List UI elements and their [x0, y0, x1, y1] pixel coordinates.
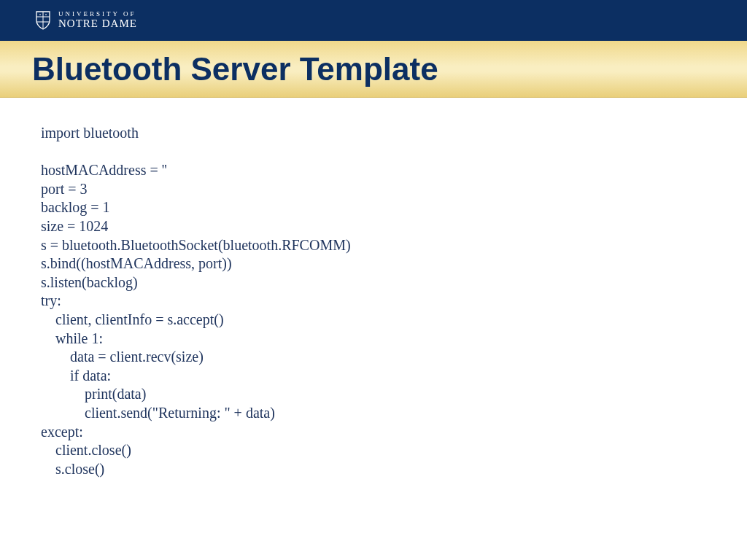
content-area: import bluetooth hostMACAddress = '' por… [0, 98, 747, 478]
code-line: s.close() [41, 461, 104, 477]
code-line: while 1: [41, 330, 103, 346]
code-line: s = bluetooth.BluetoothSocket(bluetooth.… [41, 237, 351, 253]
code-line: print(data) [41, 386, 146, 402]
university-logo: UNIVERSITY OF NOTRE DAME [35, 10, 137, 31]
title-band: Bluetooth Server Template [0, 41, 747, 98]
code-line: client.close() [41, 442, 131, 458]
code-line: hostMACAddress = '' [41, 162, 167, 178]
code-line: import bluetooth [41, 125, 139, 141]
code-line: backlog = 1 [41, 199, 110, 215]
code-line: if data: [41, 368, 111, 384]
code-block: import bluetooth hostMACAddress = '' por… [41, 124, 747, 478]
slide-title: Bluetooth Server Template [32, 51, 438, 88]
code-line: s.listen(backlog) [41, 274, 138, 290]
shield-icon [35, 10, 51, 31]
code-line: client.send("Returning: " + data) [41, 405, 275, 421]
header-bar: UNIVERSITY OF NOTRE DAME [0, 0, 747, 41]
code-line: port = 3 [41, 181, 88, 197]
code-line: client, clientInfo = s.accept() [41, 311, 224, 327]
code-line: data = client.recv(size) [41, 349, 204, 365]
code-line: try: [41, 292, 61, 308]
code-line: size = 1024 [41, 218, 108, 234]
logo-text: UNIVERSITY OF NOTRE DAME [58, 11, 137, 29]
code-line: except: [41, 424, 83, 440]
logo-text-bottom: NOTRE DAME [58, 18, 137, 30]
code-line: s.bind((hostMACAddress, port)) [41, 255, 232, 271]
